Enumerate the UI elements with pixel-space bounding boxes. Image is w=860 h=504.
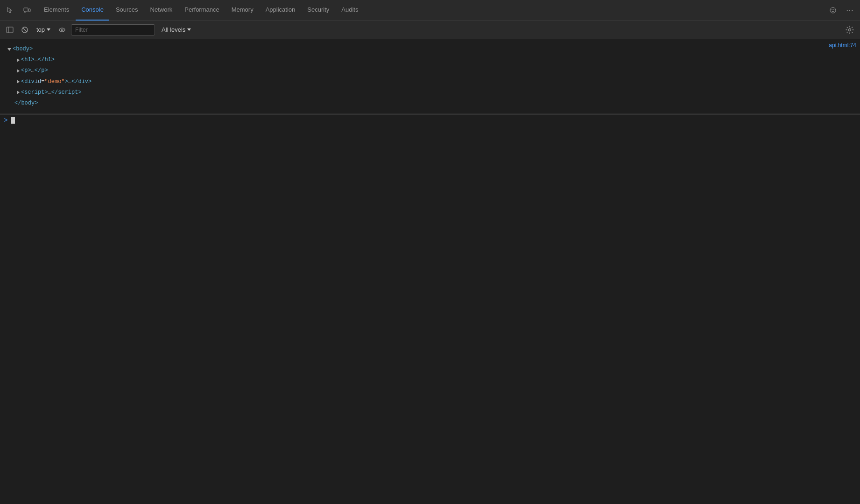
dom-row-p: <p>…</p> (4, 65, 829, 76)
live-expressions-button[interactable] (56, 24, 68, 36)
levels-label: All levels (162, 26, 185, 33)
console-toolbar: top All levels (0, 21, 860, 39)
tab-security[interactable]: Security (302, 0, 335, 21)
tab-performance[interactable]: Performance (179, 0, 225, 21)
sidebar-toggle-button[interactable] (4, 24, 16, 36)
console-content: <body> <h1>…</h1> <p>…</p> <div id="demo… (0, 39, 860, 504)
gear-icon (846, 26, 854, 34)
prompt-chevron-icon: > (4, 117, 7, 124)
svg-point-11 (59, 28, 65, 32)
svg-point-13 (849, 28, 851, 31)
console-entry-dom: <body> <h1>…</h1> <p>…</p> <div id="demo… (0, 39, 860, 114)
svg-point-5 (832, 9, 832, 10)
dom-row-h1: <h1>…</h1> (4, 55, 829, 65)
emoji-icon (829, 7, 837, 14)
context-value: top (36, 26, 45, 33)
tab-elements[interactable]: Elements (38, 0, 75, 21)
tab-application[interactable]: Application (260, 0, 301, 21)
triangle-right-icon-script[interactable] (17, 91, 20, 94)
triangle-right-icon[interactable] (17, 58, 20, 62)
dom-tree: <body> <h1>…</h1> <p>…</p> <div id="demo… (4, 42, 829, 111)
dom-row-body-open: <body> (4, 44, 829, 55)
triangle-right-icon-div[interactable] (17, 80, 20, 84)
tab-bar-icons (4, 4, 34, 17)
svg-rect-0 (24, 8, 28, 11)
tab-bar-right-icons: ⋯ (826, 4, 856, 17)
log-levels-button[interactable]: All levels (158, 25, 195, 35)
svg-rect-7 (7, 27, 13, 33)
dom-row-body-close: </body> (4, 98, 829, 109)
svg-point-6 (833, 9, 834, 10)
svg-point-12 (61, 29, 63, 31)
triangle-right-icon-p[interactable] (17, 69, 20, 73)
more-dots-icon: ⋯ (846, 6, 854, 14)
cursor-icon-button[interactable] (4, 4, 17, 17)
device-toolbar-icon-button[interactable] (21, 4, 34, 17)
tab-audits[interactable]: Audits (336, 0, 364, 21)
filter-input[interactable] (71, 24, 155, 35)
chevron-down-icon (47, 28, 50, 31)
svg-line-10 (23, 28, 27, 32)
svg-point-4 (830, 7, 836, 13)
cursor-icon (7, 7, 14, 14)
clear-console-button[interactable] (19, 24, 31, 36)
source-link[interactable]: api.html:74 (829, 42, 856, 49)
context-selector[interactable]: top (34, 25, 53, 34)
tab-network[interactable]: Network (145, 0, 178, 21)
more-options-button[interactable]: ⋯ (843, 4, 856, 17)
dom-row-div: <div id="demo">…</div> (4, 77, 829, 87)
feedback-icon-button[interactable] (826, 4, 839, 17)
eye-icon (58, 26, 66, 34)
sidebar-icon (6, 26, 14, 34)
tab-bar: Elements Console Sources Network Perform… (0, 0, 860, 21)
levels-chevron-icon (187, 28, 191, 31)
triangle-down-icon[interactable] (7, 48, 11, 51)
settings-button[interactable] (843, 23, 856, 36)
prompt-cursor[interactable] (11, 117, 15, 124)
tab-sources[interactable]: Sources (110, 0, 144, 21)
tab-console[interactable]: Console (76, 0, 109, 21)
console-prompt-row: > (0, 114, 860, 126)
device-icon (23, 7, 31, 14)
svg-rect-1 (28, 9, 30, 12)
tab-memory[interactable]: Memory (226, 0, 259, 21)
dom-row-script: <script>…</script> (4, 87, 829, 98)
clear-icon (21, 26, 28, 34)
